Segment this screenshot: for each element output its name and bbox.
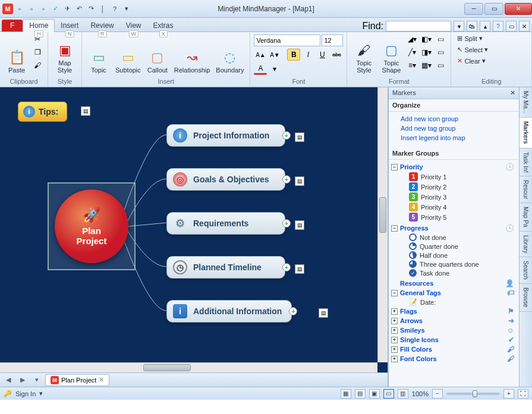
- help-icon[interactable]: ?: [493, 21, 503, 31]
- expand-icon[interactable]: +: [289, 307, 297, 315]
- collapse-icon[interactable]: −: [391, 225, 398, 232]
- add-icon-group-link[interactable]: Add new icon group: [401, 114, 515, 124]
- zoom-thumb[interactable]: [473, 390, 477, 397]
- date-item[interactable]: 📝Date:: [391, 298, 517, 306]
- align-icon[interactable]: ≡▾: [405, 59, 418, 71]
- font-color-button[interactable]: A: [254, 63, 267, 75]
- add-tag-group-link[interactable]: Add new tag group: [401, 124, 515, 133]
- select-button[interactable]: ↖Select ▾: [455, 45, 490, 55]
- strike-button[interactable]: abc: [330, 49, 343, 61]
- expand-icon[interactable]: +: [391, 318, 398, 324]
- nav-fwd-icon[interactable]: ▶: [17, 375, 29, 385]
- signin-link[interactable]: Sign In: [15, 390, 36, 397]
- topic-style-button[interactable]: 🖌Topic Style: [351, 33, 377, 75]
- document-tab[interactable]: M Plan Project ✕: [45, 374, 109, 386]
- priority-5[interactable]: 5Priority 5: [391, 212, 517, 222]
- zoom-out-icon[interactable]: −: [432, 389, 443, 399]
- qat-undo-icon[interactable]: ↶: [74, 4, 84, 14]
- subtopic-button[interactable]: ▭Subtopic: [113, 33, 143, 75]
- central-topic[interactable]: 🚀 Plan Project: [55, 189, 128, 263]
- expand-icon[interactable]: +: [391, 337, 398, 343]
- fit-icon[interactable]: ⛶: [518, 389, 528, 399]
- fmt-icon-d[interactable]: ▭: [434, 33, 447, 45]
- nav-menu-icon[interactable]: ▾: [31, 375, 43, 385]
- progress-header[interactable]: −Progress🕓: [391, 223, 517, 233]
- resources-header[interactable]: Resources👤: [391, 279, 517, 288]
- split-button[interactable]: ⊞Split ▾: [455, 33, 484, 43]
- fmt-icon-b[interactable]: ◨▾: [420, 46, 433, 58]
- file-tab[interactable]: F: [2, 20, 23, 31]
- clear-button[interactable]: ✕Clear ▾: [455, 56, 487, 66]
- find-go-icon[interactable]: ▾: [454, 21, 464, 31]
- sidetab-library[interactable]: Library: [520, 232, 532, 258]
- expand-icon[interactable]: +: [391, 327, 398, 334]
- line-icon[interactable]: ╱▾: [405, 46, 418, 58]
- italic-button[interactable]: I: [301, 49, 314, 61]
- paste-button[interactable]: 📋Paste: [4, 33, 30, 75]
- find-input[interactable]: [386, 21, 451, 31]
- qat-new-icon[interactable]: ▫: [14, 4, 25, 14]
- fmt-icon-f[interactable]: ▭: [434, 59, 447, 71]
- bold-button[interactable]: B: [287, 49, 300, 61]
- expand-icon[interactable]: +: [282, 175, 291, 184]
- topic-additional[interactable]: i Additional Information +: [166, 300, 292, 323]
- qat-dropdown-icon[interactable]: ▾: [121, 4, 132, 14]
- relationship-button[interactable]: ↝Relationship: [172, 33, 213, 75]
- smileys-header[interactable]: +Smileys☺: [391, 325, 517, 335]
- size-select[interactable]: [322, 34, 343, 46]
- expand-icon[interactable]: +: [391, 308, 398, 315]
- expand-icon[interactable]: +: [282, 219, 291, 227]
- tab-review[interactable]: ReviewR: [84, 20, 119, 31]
- view-other-icon[interactable]: ▥: [398, 389, 408, 399]
- general-tags-header[interactable]: −General Tags🏷: [391, 288, 517, 298]
- callout-button[interactable]: ▢Callout: [144, 33, 171, 75]
- font-select[interactable]: [254, 34, 320, 46]
- priority-1[interactable]: 1Priority 1: [391, 172, 517, 182]
- collapse-icon[interactable]: −: [391, 164, 398, 170]
- priority-2[interactable]: 2Priority 2: [391, 182, 517, 192]
- font-colors-header[interactable]: +Font Colors🖌: [391, 354, 517, 364]
- tab-home[interactable]: HomeH: [23, 19, 55, 32]
- qat-send-icon[interactable]: ✈: [62, 4, 73, 14]
- close-doc-icon[interactable]: ✕: [519, 21, 530, 31]
- topic-goals[interactable]: ◎ Goals & Objectives +: [166, 168, 285, 191]
- flags-header[interactable]: +Flags⚑: [391, 306, 517, 316]
- topic-project-info[interactable]: i Project Information +: [166, 124, 285, 147]
- priority-header[interactable]: −Priority🕓: [391, 162, 517, 172]
- map-style-button[interactable]: ▣Map Style: [52, 33, 78, 75]
- topic-shape-button[interactable]: ▢Topic Shape: [378, 33, 404, 75]
- expand-icon[interactable]: +: [391, 356, 398, 362]
- progress-quarter[interactable]: Quarter done: [391, 242, 517, 251]
- expand-icon[interactable]: +: [391, 346, 398, 353]
- topic-requirements[interactable]: ⚙ Requirements +: [166, 212, 285, 235]
- fill-colors-header[interactable]: +Fill Colors🖌: [391, 345, 517, 354]
- fmt-icon-c[interactable]: ▦▾: [420, 59, 433, 71]
- collapse-icon[interactable]: −: [391, 290, 398, 296]
- copy-icon[interactable]: ❐: [31, 46, 44, 58]
- tab-view[interactable]: ViewW: [120, 20, 147, 31]
- progress-not-done[interactable]: Not done: [391, 233, 517, 242]
- qat-save-icon[interactable]: ▫: [38, 4, 49, 14]
- fmt-icon-a[interactable]: ◧▾: [420, 33, 433, 45]
- tab-insert[interactable]: InsertN: [55, 20, 84, 31]
- single-icons-header[interactable]: +Single Icons✔: [391, 335, 517, 345]
- qat-help-icon[interactable]: ?: [109, 4, 120, 14]
- tab-extras[interactable]: ExtrasX: [147, 20, 180, 31]
- priority-3[interactable]: 3Priority 3: [391, 192, 517, 202]
- restore-icon[interactable]: ▭: [506, 21, 517, 31]
- view-slide-icon[interactable]: ▭: [383, 389, 394, 399]
- topic-timeline[interactable]: ◷ Planned Timeline +: [166, 256, 285, 279]
- qat-redo-icon[interactable]: ↷: [86, 4, 96, 14]
- sidetab-markers[interactable]: Markers: [520, 118, 532, 148]
- topic-button[interactable]: ▭Topic: [86, 33, 112, 75]
- qat-open-icon[interactable]: ▫: [26, 4, 37, 14]
- mindmap-canvas[interactable]: i Tips: ▤ 🚀 Plan Project i Project Infor…: [0, 87, 388, 372]
- font-color-dropdown-icon[interactable]: ▾: [268, 63, 281, 75]
- arrows-header[interactable]: +Arrows➜: [391, 316, 517, 325]
- insert-legend-link[interactable]: Insert legend into map: [401, 133, 515, 143]
- view-map-icon[interactable]: ▦: [341, 389, 351, 399]
- fill-icon[interactable]: ◢▾: [405, 33, 418, 45]
- underline-button[interactable]: U: [316, 49, 329, 61]
- sidetab-mapparts[interactable]: Map Pa: [520, 203, 532, 231]
- signin-dropdown-icon[interactable]: ▾: [39, 390, 43, 397]
